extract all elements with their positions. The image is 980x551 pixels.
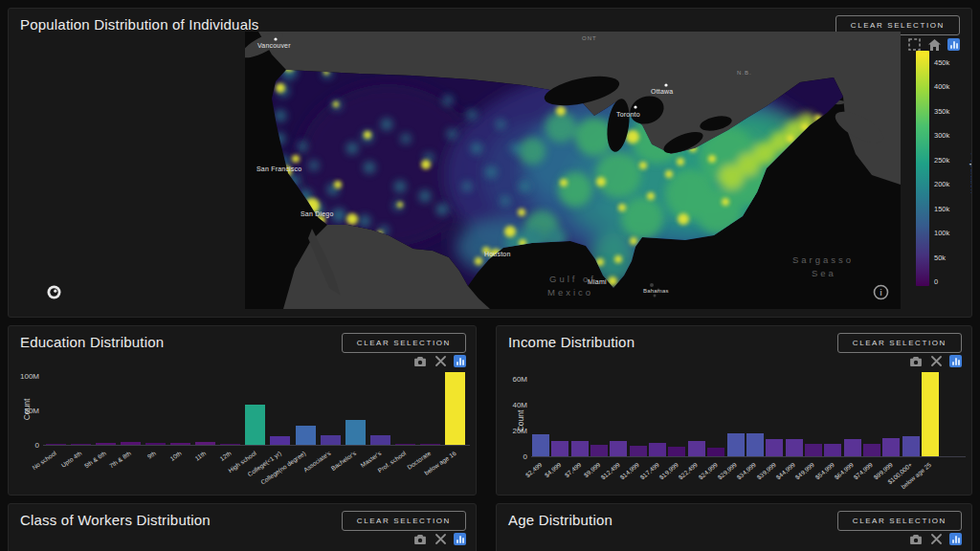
bar-Bachelor's[interactable] — [345, 420, 366, 445]
panel-title: Age Distribution — [508, 512, 612, 528]
map-label: Sargasso — [792, 254, 854, 265]
x-tick-label: No school — [31, 450, 57, 471]
y-tick-label: 50M — [11, 407, 39, 415]
x-axis-line — [531, 456, 966, 457]
x-tick-label: $12,499 — [599, 461, 621, 480]
map-label: Houston — [484, 251, 510, 257]
bar-$54,999[interactable] — [824, 444, 841, 457]
camera-icon[interactable] — [413, 534, 427, 545]
x-tick-label: Bachelor's — [330, 450, 358, 472]
x-tick-label: $14,999 — [619, 461, 641, 480]
x-tick-label: $24,999 — [697, 461, 719, 480]
bar-9th[interactable] — [145, 443, 166, 445]
crossfilter-select-icon[interactable] — [434, 534, 447, 545]
x-tick-label: Associate's — [302, 450, 332, 473]
x-tick-label: 5th & 6th — [83, 450, 107, 470]
map-label: Toronto — [616, 111, 640, 118]
population-colorbar: 050k100k150k200k250k300k350k400k450k Pop… — [916, 51, 972, 294]
bar-Upto 4th[interactable] — [71, 444, 91, 445]
x-tick-label: 11th — [194, 450, 208, 462]
clear-selection-button[interactable]: CLEAR SELECTION — [837, 511, 962, 531]
map-attribution-info-icon[interactable]: i — [873, 284, 889, 300]
education-panel: Education Distribution CLEAR SELECTION C… — [8, 325, 477, 496]
bar-$99,999[interactable] — [882, 438, 900, 456]
bar-$39,999[interactable] — [766, 439, 783, 456]
bar-High school[interactable] — [245, 405, 265, 445]
bar-$34,999[interactable] — [746, 433, 764, 456]
y-tick-label: 0 — [11, 441, 39, 450]
chart-modebar — [413, 533, 466, 545]
colorbar-gradient — [916, 51, 929, 286]
bar-$100,000+[interactable] — [902, 436, 920, 456]
class-of-workers-panel: Class of Workers Distribution CLEAR SELE… — [8, 503, 477, 551]
bar-5th & 6th[interactable] — [96, 443, 116, 445]
x-tick-label: $4,999 — [544, 461, 563, 478]
bar-$2,499[interactable] — [532, 434, 549, 456]
y-tick-label: 20M — [499, 427, 527, 435]
y-tick-label: 40M — [499, 401, 527, 409]
map-label: Mexico — [547, 287, 593, 298]
x-tick-label: $7,499 — [563, 461, 582, 478]
bar-below age 16[interactable] — [445, 372, 465, 445]
map-label: ONT — [582, 35, 597, 41]
x-tick-label: $17,499 — [638, 461, 660, 480]
box-select-icon[interactable] — [907, 39, 921, 51]
map-label: N.B. — [737, 70, 752, 76]
map-label: Gulf of — [549, 274, 596, 284]
plotly-logo-icon[interactable] — [947, 38, 960, 51]
bar-7th & 8th[interactable] — [121, 442, 141, 445]
x-tick-label: $2,499 — [524, 461, 544, 478]
x-tick-label: Upto 4th — [59, 450, 82, 469]
bar-Master's[interactable] — [370, 435, 390, 445]
x-tick-label: $64,999 — [834, 461, 856, 480]
y-tick-label: 100M — [11, 372, 39, 381]
colorbar-tick: 50k — [934, 253, 946, 262]
bar-$12,499[interactable] — [610, 441, 627, 456]
colorbar-tick: 200k — [934, 180, 949, 188]
bar-$74,999[interactable] — [863, 444, 880, 456]
mapbox-logo-icon[interactable] — [46, 284, 62, 300]
x-axis-line — [43, 445, 470, 446]
bar-$7,499[interactable] — [571, 441, 589, 456]
bar-12th[interactable] — [220, 444, 240, 445]
bar-$22,499[interactable] — [688, 441, 705, 456]
bar-$49,999[interactable] — [805, 444, 822, 456]
x-tick-label: $74,999 — [853, 461, 875, 480]
bar-Associate's[interactable] — [321, 435, 341, 445]
bar-$17,499[interactable] — [649, 443, 666, 456]
y-tick-label: 60M — [499, 375, 527, 384]
bar-$24,999[interactable] — [707, 448, 724, 456]
home-icon[interactable] — [927, 39, 941, 51]
bar-$19,999[interactable] — [668, 447, 685, 456]
bar-Prof. school[interactable] — [395, 444, 415, 445]
bar-10th[interactable] — [170, 443, 190, 445]
bar-No school[interactable] — [46, 444, 66, 445]
y-tick-label: 0 — [499, 452, 527, 461]
camera-icon[interactable] — [909, 534, 923, 545]
bar-$9,999[interactable] — [590, 445, 608, 456]
us-population-heatmap[interactable]: VancouverOttawaTorontoSan FranciscoSan D… — [245, 32, 901, 309]
bar-$29,999[interactable] — [727, 433, 745, 456]
bar-$44,999[interactable] — [786, 439, 803, 456]
map-label: Vancouver — [257, 42, 291, 49]
bar-below age 25[interactable] — [922, 372, 939, 456]
bar-College(no degree)[interactable] — [296, 426, 316, 445]
bar-Doctorate[interactable] — [420, 444, 440, 445]
map-label: Bahamas — [643, 288, 669, 294]
crossfilter-select-icon[interactable] — [929, 534, 943, 545]
bar-11th[interactable] — [195, 442, 215, 445]
bar-$4,999[interactable] — [551, 441, 568, 456]
bar-$14,999[interactable] — [630, 446, 647, 456]
colorbar-tick: 300k — [934, 131, 949, 140]
plotly-logo-icon[interactable] — [949, 533, 962, 545]
colorbar-title: Population — [969, 153, 972, 194]
clear-selection-button[interactable]: CLEAR SELECTION — [342, 511, 466, 531]
x-tick-label: $19,999 — [657, 461, 679, 480]
bar-$64,999[interactable] — [844, 439, 861, 456]
svg-text:i: i — [880, 288, 882, 298]
income-panel: Income Distribution CLEAR SELECTION Coun… — [496, 325, 972, 496]
colorbar-tick: 250k — [934, 156, 949, 165]
plotly-logo-icon[interactable] — [454, 533, 466, 545]
x-tick-label: 10th — [168, 450, 182, 462]
bar-College(<1 yr)[interactable] — [270, 436, 290, 445]
